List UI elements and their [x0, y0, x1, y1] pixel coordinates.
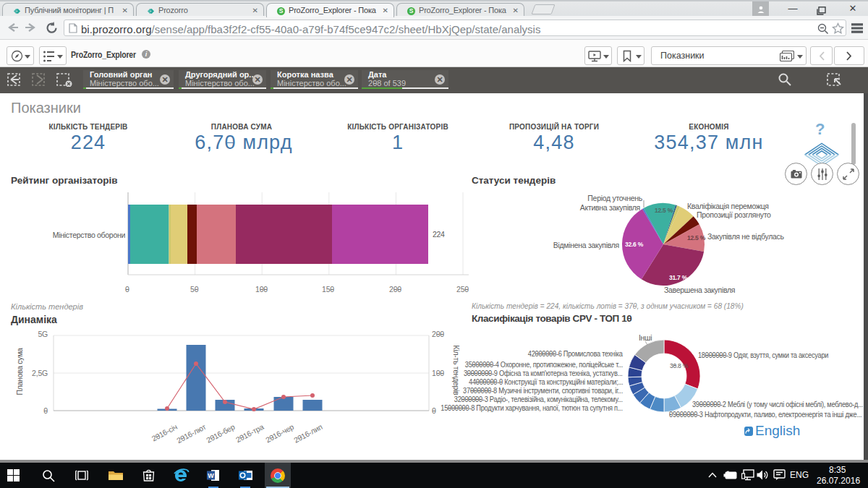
svg-text:W: W — [208, 472, 214, 479]
